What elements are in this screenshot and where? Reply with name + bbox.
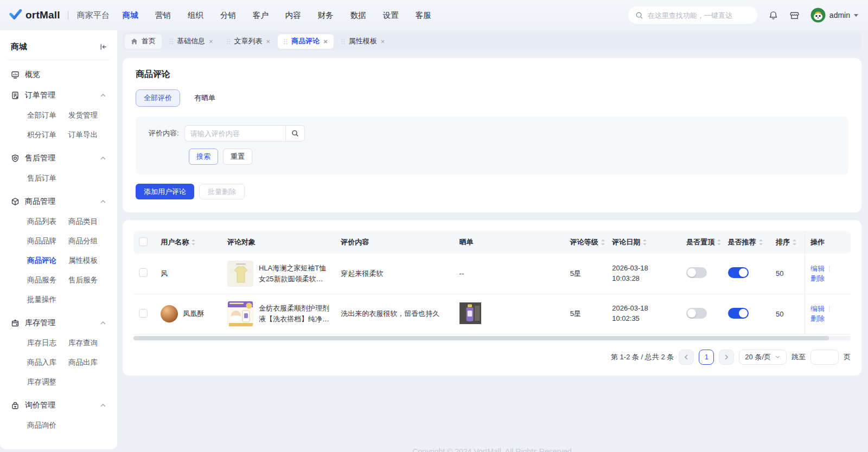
column-header-inner: 排序 bbox=[776, 237, 799, 247]
column-label: 晒单 bbox=[459, 237, 474, 247]
tab-4[interactable]: 商品评论× bbox=[278, 34, 334, 49]
tab-5[interactable]: 属性模板× bbox=[335, 34, 391, 49]
column-header-2: 评论对象 bbox=[222, 231, 335, 254]
tab-3[interactable]: 文章列表× bbox=[221, 34, 277, 49]
search-button[interactable]: 搜索 bbox=[189, 148, 218, 165]
close-icon[interactable]: × bbox=[209, 38, 213, 45]
column-header-5[interactable]: 评论等级 bbox=[565, 231, 607, 254]
close-icon[interactable]: × bbox=[266, 38, 271, 45]
sidebar-group-header[interactable]: 售后管理 bbox=[8, 148, 110, 169]
sidebar-item-售后订单[interactable]: 售后订单 bbox=[27, 169, 68, 188]
select-all-checkbox[interactable] bbox=[139, 237, 148, 246]
dashboard-icon bbox=[11, 70, 20, 79]
column-header-4: 晒单 bbox=[454, 231, 565, 254]
horizontal-scrollbar[interactable] bbox=[133, 336, 851, 340]
sidebar-item-商品品牌[interactable]: 商品品牌 bbox=[27, 231, 68, 251]
edit-link[interactable]: 编辑 bbox=[810, 264, 825, 273]
global-search[interactable] bbox=[628, 7, 757, 24]
sidebar-item-属性模板[interactable]: 属性模板 bbox=[68, 251, 110, 270]
product-title: HLA海澜之家短袖T恤女25新款圆领柔软亲肤短袖女... bbox=[259, 263, 330, 285]
global-search-input[interactable] bbox=[648, 11, 750, 20]
sidebar-item-商品列表[interactable]: 商品列表 bbox=[27, 212, 68, 231]
top-nav-item-6[interactable]: 内容 bbox=[285, 10, 301, 21]
top-nav-item-4[interactable]: 分销 bbox=[220, 10, 236, 21]
sidebar-item-商品出库[interactable]: 商品出库 bbox=[68, 353, 110, 372]
sidebar-item-积分订单[interactable]: 积分订单 bbox=[27, 125, 68, 145]
sidebar-item-库存查询[interactable]: 库存查询 bbox=[68, 333, 110, 353]
filter-tab-all[interactable]: 全部评价 bbox=[136, 89, 180, 107]
sort-cell: 50 bbox=[770, 254, 805, 294]
showcase-bottle-image[interactable] bbox=[459, 318, 481, 326]
top-nav-item-8[interactable]: 数据 bbox=[350, 10, 366, 21]
sidebar-item-库存调整[interactable]: 库存调整 bbox=[27, 372, 68, 392]
input-search-button[interactable] bbox=[285, 125, 305, 141]
sidebar-group-header[interactable]: 商品管理 bbox=[8, 191, 110, 212]
close-icon[interactable]: × bbox=[323, 38, 328, 45]
jump-page-input[interactable] bbox=[810, 350, 839, 365]
delete-link[interactable]: 删除 bbox=[810, 314, 825, 322]
reset-button[interactable]: 重置 bbox=[223, 148, 252, 165]
sidebar-item-发货管理[interactable]: 发货管理 bbox=[68, 106, 110, 125]
top-nav-item-3[interactable]: 组织 bbox=[188, 10, 203, 21]
sort-caret-icon[interactable] bbox=[717, 238, 722, 246]
sidebar-item-商品询价[interactable]: 商品询价 bbox=[27, 416, 68, 435]
sidebar-group-header[interactable]: 库存管理 bbox=[8, 313, 110, 333]
tab-1[interactable]: 首页 bbox=[125, 34, 162, 49]
add-user-review-button[interactable]: 添加用户评论 bbox=[136, 184, 194, 199]
sidebar-item-全部订单[interactable]: 全部订单 bbox=[27, 106, 68, 125]
bell-icon[interactable] bbox=[768, 10, 778, 21]
page-size-select[interactable]: 20 条/页 bbox=[739, 350, 787, 365]
sort-caret-icon[interactable] bbox=[642, 238, 647, 246]
recommend-toggle[interactable] bbox=[728, 267, 749, 278]
shop-icon[interactable] bbox=[789, 10, 800, 21]
column-header-9[interactable]: 排序 bbox=[770, 231, 805, 254]
sort-caret-icon[interactable] bbox=[792, 238, 797, 246]
close-icon[interactable]: × bbox=[381, 38, 385, 45]
edit-link[interactable]: 编辑 bbox=[810, 305, 825, 313]
sidebar-group-header[interactable]: 询价管理 bbox=[8, 395, 110, 416]
row-checkbox[interactable] bbox=[139, 309, 148, 318]
divider bbox=[829, 306, 829, 312]
sort-caret-icon[interactable] bbox=[758, 238, 763, 246]
sidebar-group-4: 商品管理商品列表商品类目商品品牌商品分组商品评论属性模板商品服务售后服务批量操作 bbox=[8, 191, 110, 312]
sidebar-item-售后服务[interactable]: 售后服务 bbox=[68, 270, 110, 290]
column-header-7[interactable]: 是否置顶 bbox=[681, 231, 722, 254]
sidebar-item-商品服务[interactable]: 商品服务 bbox=[27, 270, 68, 290]
column-header-8[interactable]: 是否推荐 bbox=[723, 231, 771, 254]
recommend-toggle[interactable] bbox=[728, 308, 749, 319]
column-header-6[interactable]: 评论日期 bbox=[607, 231, 681, 254]
column-header-1[interactable]: 用户名称 bbox=[155, 231, 222, 254]
top-nav-item-5[interactable]: 客户 bbox=[253, 10, 269, 21]
pagination-summary: 第 1-2 条 / 总共 2 条 bbox=[611, 352, 674, 362]
prev-page-button[interactable] bbox=[679, 350, 694, 365]
filter-tab-with-photos[interactable]: 有晒单 bbox=[194, 90, 215, 106]
sidebar-item-订单导出[interactable]: 订单导出 bbox=[68, 125, 110, 145]
collapse-sidebar-icon[interactable] bbox=[99, 43, 107, 51]
sidebar-item-库存日志[interactable]: 库存日志 bbox=[27, 333, 68, 353]
next-page-button[interactable] bbox=[719, 350, 734, 365]
pinned-toggle[interactable] bbox=[686, 267, 707, 278]
top-nav-item-2[interactable]: 营销 bbox=[155, 10, 171, 21]
top-nav-item-9[interactable]: 设置 bbox=[383, 10, 399, 21]
sidebar-item-商品分组[interactable]: 商品分组 bbox=[68, 231, 110, 251]
top-nav-item-1[interactable]: 商城 bbox=[123, 10, 138, 21]
tab-2[interactable]: 基础信息× bbox=[163, 34, 219, 49]
sidebar-item-批量操作[interactable]: 批量操作 bbox=[27, 290, 68, 309]
sort-caret-icon[interactable] bbox=[601, 238, 605, 246]
sidebar-item-商品类目[interactable]: 商品类目 bbox=[68, 212, 110, 231]
delete-link[interactable]: 删除 bbox=[810, 274, 825, 282]
check-logo-icon bbox=[9, 9, 22, 21]
page-number-1[interactable]: 1 bbox=[699, 350, 714, 365]
sort-caret-icon[interactable] bbox=[191, 238, 196, 246]
sidebar-group-header[interactable]: 订单管理 bbox=[8, 85, 110, 106]
product-cell: 金纺衣服柔顺剂护理剂液【洗衣搭档】纯净温和10... bbox=[222, 294, 335, 334]
user-menu[interactable]: admin bbox=[810, 8, 858, 23]
pinned-toggle[interactable] bbox=[686, 308, 707, 319]
top-nav-item-10[interactable]: 客服 bbox=[416, 10, 431, 21]
sidebar-item-1[interactable]: 概览 bbox=[8, 64, 110, 85]
sidebar-item-商品入库[interactable]: 商品入库 bbox=[27, 353, 68, 372]
top-nav-item-7[interactable]: 财务 bbox=[318, 10, 334, 21]
review-content-input[interactable] bbox=[184, 125, 285, 141]
sidebar-item-商品评论[interactable]: 商品评论 bbox=[27, 251, 68, 270]
row-checkbox[interactable] bbox=[139, 268, 148, 277]
